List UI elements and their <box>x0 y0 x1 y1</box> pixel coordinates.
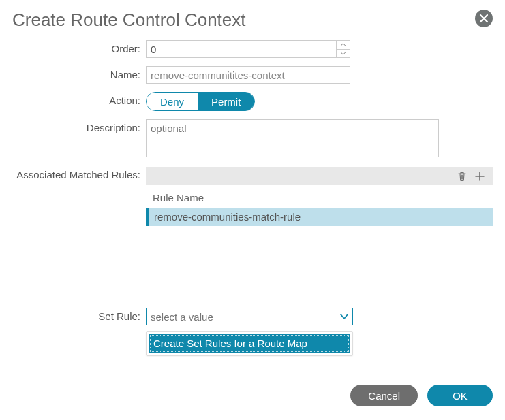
rules-label: Associated Matched Rules: <box>12 167 146 181</box>
order-input[interactable] <box>146 40 350 58</box>
dialog-footer: Cancel OK <box>350 385 493 406</box>
set-rule-input[interactable] <box>146 308 353 325</box>
rules-toolbar <box>146 167 493 185</box>
plus-icon <box>474 171 485 182</box>
close-icon <box>479 14 489 23</box>
action-label: Action: <box>12 92 146 110</box>
name-label: Name: <box>12 66 146 84</box>
cancel-button[interactable]: Cancel <box>350 385 418 406</box>
set-rule-dropdown: Create Set Rules for a Route Map <box>146 331 353 356</box>
description-input[interactable] <box>146 119 439 157</box>
set-rule-label: Set Rule: <box>12 308 146 325</box>
rules-add-button[interactable] <box>471 169 489 184</box>
order-decrement[interactable] <box>337 50 350 58</box>
rules-list: remove-communities-match-rule <box>146 208 493 226</box>
action-toggle[interactable]: Deny Permit <box>146 92 255 111</box>
dialog-title: Create Route Control Context <box>12 10 493 31</box>
trash-icon <box>457 171 468 182</box>
rules-delete-button[interactable] <box>453 169 471 184</box>
set-rule-combobox[interactable]: Create Set Rules for a Route Map <box>146 308 353 325</box>
name-input[interactable] <box>146 66 350 84</box>
description-label: Description: <box>12 119 146 137</box>
order-increment[interactable] <box>337 41 350 50</box>
order-stepper[interactable] <box>146 40 350 58</box>
rule-row[interactable]: remove-communities-match-rule <box>146 208 493 226</box>
action-permit[interactable]: Permit <box>198 93 254 110</box>
set-rule-option-create[interactable]: Create Set Rules for a Route Map <box>149 334 350 353</box>
chevron-down-icon <box>339 313 349 320</box>
order-label: Order: <box>12 40 146 58</box>
chevron-up-icon <box>340 43 346 46</box>
chevron-down-icon <box>340 52 346 55</box>
close-button[interactable] <box>475 10 493 27</box>
action-deny[interactable]: Deny <box>147 93 198 110</box>
rules-column-header: Rule Name <box>146 189 493 208</box>
ok-button[interactable]: OK <box>427 385 493 406</box>
set-rule-dropdown-toggle[interactable] <box>336 308 352 325</box>
